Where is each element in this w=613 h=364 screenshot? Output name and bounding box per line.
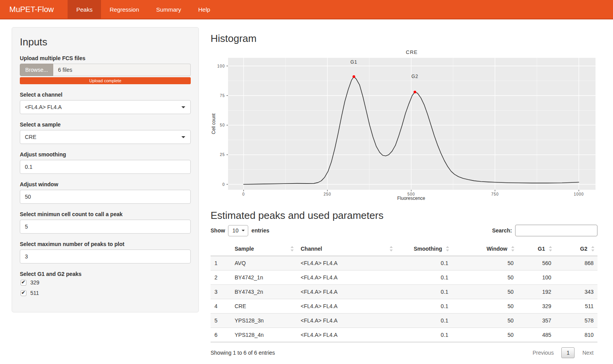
- table-cell: 0.1: [396, 270, 452, 285]
- dropdown-caret-icon: [242, 230, 245, 231]
- upload-label: Upload multiple FCS files: [20, 55, 191, 61]
- checkbox-label: 511: [30, 290, 39, 296]
- svg-text:50: 50: [220, 123, 225, 127]
- max-peaks-label: Select maximun number of peaks to plot: [20, 241, 191, 247]
- column-header-g2[interactable]: G2: [555, 242, 597, 256]
- table-cell: 50: [452, 285, 517, 299]
- min-count-label: Select minimun cell count to call a peak: [20, 211, 191, 217]
- table-cell: <FL4.A> FL4.A: [297, 299, 396, 314]
- svg-text:0: 0: [242, 192, 245, 196]
- checkbox-icon[interactable]: [21, 290, 26, 296]
- table-cell: <FL4.A> FL4.A: [297, 314, 396, 328]
- table-info: Showing 1 to 6 of 6 entries: [211, 350, 275, 356]
- svg-text:75: 75: [220, 94, 225, 98]
- table-cell: 578: [555, 314, 597, 328]
- channel-select[interactable]: <FL4.A> FL4.A: [20, 100, 191, 114]
- svg-text:Fluorescence: Fluorescence: [397, 196, 425, 201]
- svg-text:25: 25: [220, 153, 225, 157]
- column-header-smoothing[interactable]: Smoothing: [396, 242, 452, 256]
- column-header-label: Smoothing: [414, 246, 442, 252]
- sample-select[interactable]: CRE: [20, 130, 191, 144]
- nav-tabs: PeaksRegressionSummaryHelp: [68, 0, 219, 19]
- table-row[interactable]: 1AVQ<FL4.A> FL4.A0.150560868: [211, 256, 597, 270]
- table-cell: 0.1: [396, 285, 452, 299]
- table-cell: <FL4.A> FL4.A: [297, 256, 396, 270]
- table-cell: 560: [517, 256, 555, 270]
- table-cell: BY4742_1n: [231, 270, 297, 285]
- column-header-window[interactable]: Window: [452, 242, 517, 256]
- peaks-checkbox-group-label: Select G1 and G2 peaks: [20, 271, 191, 277]
- navbar: MuPET-Flow PeaksRegressionSummaryHelp: [0, 0, 613, 19]
- table-cell: 50: [452, 270, 517, 285]
- current-page-button[interactable]: 1: [561, 347, 575, 358]
- table-cell: 50: [452, 299, 517, 314]
- column-header-label: Channel: [301, 246, 322, 252]
- page-length-select[interactable]: 10: [228, 225, 248, 236]
- table-cell: 485: [517, 328, 555, 342]
- tab-peaks[interactable]: Peaks: [68, 0, 101, 19]
- tab-regression[interactable]: Regression: [101, 0, 148, 19]
- column-header-channel[interactable]: Channel: [297, 242, 396, 256]
- sort-icon: [390, 246, 393, 251]
- sort-icon: [511, 246, 514, 251]
- tab-help[interactable]: Help: [190, 0, 219, 19]
- sample-select-value: CRE: [25, 134, 37, 140]
- file-name-display[interactable]: 6 files: [53, 64, 191, 76]
- show-label: Show: [211, 227, 225, 234]
- table-cell: 192: [517, 285, 555, 299]
- entries-label: entries: [251, 227, 269, 234]
- page-length-value: 10: [232, 227, 239, 234]
- previous-page-button[interactable]: Previous: [529, 347, 557, 358]
- histogram-heading: Histogram: [211, 33, 597, 45]
- svg-text:1000: 1000: [574, 192, 584, 196]
- table-cell: <FL4.A> FL4.A: [297, 328, 396, 342]
- svg-text:100: 100: [217, 64, 225, 68]
- svg-text:G1: G1: [350, 59, 357, 65]
- next-page-button[interactable]: Next: [578, 347, 597, 358]
- window-input[interactable]: [20, 190, 191, 204]
- table-cell: 3: [211, 285, 231, 299]
- table-row[interactable]: 5YPS128_3n<FL4.A> FL4.A0.150357578: [211, 314, 597, 328]
- checkbox-icon[interactable]: [21, 280, 26, 286]
- column-header-label: Sample: [235, 246, 254, 252]
- table-cell: 0.1: [396, 328, 452, 342]
- svg-text:750: 750: [491, 192, 499, 196]
- table-cell: [555, 270, 597, 285]
- table-cell: YPS128_4n: [231, 328, 297, 342]
- window-label: Adjust window: [20, 181, 191, 187]
- table-cell: 6: [211, 328, 231, 342]
- upload-progress-bar: Upload complete: [20, 77, 191, 84]
- table-cell: YPS128_3n: [231, 314, 297, 328]
- smoothing-label: Adjust smoothing: [20, 151, 191, 158]
- table-row[interactable]: 4CRE<FL4.A> FL4.A0.150329511: [211, 299, 597, 314]
- peak-checkbox-511[interactable]: 511: [21, 290, 191, 296]
- table-cell: 511: [555, 299, 597, 314]
- search-input[interactable]: [515, 225, 597, 236]
- column-header-label: G1: [538, 246, 545, 252]
- table-cell: 5: [211, 314, 231, 328]
- table-cell: <FL4.A> FL4.A: [297, 285, 396, 299]
- column-header-g1[interactable]: G1: [517, 242, 555, 256]
- smoothing-input[interactable]: [20, 160, 191, 174]
- column-header-sample[interactable]: Sample: [231, 242, 297, 256]
- min-count-input[interactable]: [20, 220, 191, 234]
- table-cell: 1: [211, 256, 231, 270]
- table-row[interactable]: 6YPS128_4n<FL4.A> FL4.A0.150485810: [211, 328, 597, 342]
- sample-label: Select a sample: [20, 121, 191, 128]
- table-row[interactable]: 2BY4742_1n<FL4.A> FL4.A0.150100: [211, 270, 597, 285]
- sort-icon: [591, 246, 594, 251]
- table-cell: 4: [211, 299, 231, 314]
- peak-checkbox-329[interactable]: 329: [21, 279, 191, 286]
- sort-icon: [446, 246, 449, 251]
- table-heading: Estimated peaks and used parameters: [211, 210, 597, 222]
- max-peaks-input[interactable]: [20, 250, 191, 263]
- tab-summary[interactable]: Summary: [148, 0, 190, 19]
- app-title: MuPET-Flow: [0, 0, 64, 19]
- table-cell: 329: [517, 299, 555, 314]
- table-row[interactable]: 3BY4743_2n<FL4.A> FL4.A0.150192343: [211, 285, 597, 299]
- browse-button[interactable]: Browse...: [20, 64, 53, 76]
- dropdown-caret-icon: [181, 136, 185, 138]
- table-cell: 357: [517, 314, 555, 328]
- table-cell: 50: [452, 256, 517, 270]
- peaks-checkbox-group: 329511: [20, 279, 191, 296]
